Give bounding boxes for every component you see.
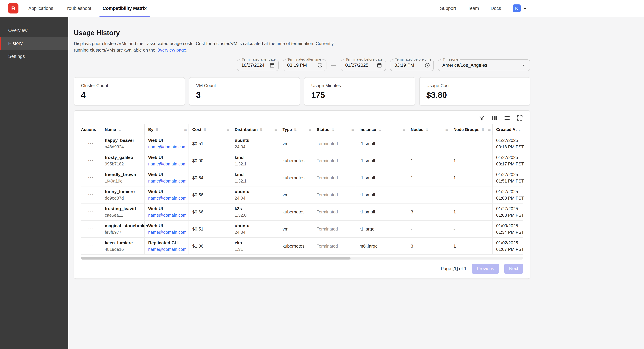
column-menu-icon[interactable]: ≡ bbox=[488, 127, 491, 132]
previous-button[interactable]: Previous bbox=[472, 264, 499, 274]
sidebar-item-overview[interactable]: Overview bbox=[0, 24, 68, 37]
sort-icon[interactable]: ⇅ bbox=[294, 128, 297, 132]
sidebar-item-settings[interactable]: Settings bbox=[0, 50, 68, 63]
status-cell: Terminated bbox=[313, 238, 356, 255]
created-at-cell: 01/27/2025 03:17 PM PST bbox=[492, 152, 523, 169]
status-text: Terminated bbox=[317, 210, 338, 214]
creator-email-link[interactable]: name@domain.com bbox=[148, 144, 186, 149]
avatar[interactable]: K bbox=[513, 4, 520, 12]
column-header-status[interactable]: Status⇅≡ bbox=[313, 124, 356, 135]
row-actions-button[interactable]: ··· bbox=[88, 192, 94, 197]
type-value: vm bbox=[282, 226, 288, 232]
column-header-node-groups[interactable]: Node Groups⇅≡ bbox=[450, 124, 492, 135]
column-header-nodes[interactable]: Nodes⇅≡ bbox=[407, 124, 450, 135]
distribution-name: kind bbox=[235, 154, 275, 161]
column-header-created-at[interactable]: Created At↓ bbox=[492, 124, 523, 135]
terminated-before-date-field[interactable]: Terminated before date 01/27/2025 bbox=[341, 59, 386, 71]
sort-icon[interactable]: ⇅ bbox=[425, 128, 428, 132]
docs-link[interactable]: Docs bbox=[490, 6, 501, 11]
tab-applications[interactable]: Applications bbox=[28, 0, 53, 17]
sort-icon[interactable]: ⇅ bbox=[331, 128, 334, 132]
column-menu-icon[interactable]: ≡ bbox=[227, 127, 229, 132]
terminated-after-time-field[interactable]: Terminated after time 03:19 PM bbox=[283, 59, 326, 71]
density-button[interactable] bbox=[504, 115, 510, 121]
creator-email-link[interactable]: name@domain.com bbox=[148, 196, 186, 200]
row-actions-button[interactable]: ··· bbox=[88, 158, 94, 163]
column-header-distribution[interactable]: Distribution⇅≡ bbox=[231, 124, 279, 135]
cluster-id: cae5ea11 bbox=[105, 212, 141, 218]
replicated-logo[interactable]: R bbox=[8, 3, 18, 13]
next-button[interactable]: Next bbox=[504, 264, 523, 274]
team-link[interactable]: Team bbox=[468, 6, 479, 11]
page-title: Usage History bbox=[74, 29, 530, 37]
status-text: Terminated bbox=[317, 227, 338, 231]
column-header-cost[interactable]: Cost⇅≡ bbox=[189, 124, 231, 135]
column-header-type[interactable]: Type⇅≡ bbox=[279, 124, 313, 135]
sort-icon[interactable]: ⇅ bbox=[378, 128, 381, 132]
terminated-before-time-field[interactable]: Terminated before time 03:19 PM bbox=[390, 59, 434, 71]
creator-email-link[interactable]: name@domain.com bbox=[148, 230, 186, 235]
sidebar-item-history[interactable]: History bbox=[0, 37, 68, 50]
sort-icon[interactable]: ⇅ bbox=[204, 128, 206, 132]
node-groups-value: 1 bbox=[454, 158, 456, 163]
column-menu-icon[interactable]: ≡ bbox=[446, 127, 448, 132]
name-cell: trusting_leavitt cae5ea11 bbox=[101, 203, 144, 220]
column-menu-icon[interactable]: ≡ bbox=[403, 127, 405, 132]
timezone-select[interactable]: Timezone America/Los_Angeles bbox=[438, 59, 530, 71]
dropdown-arrow-icon[interactable] bbox=[520, 62, 526, 68]
creator-email-link[interactable]: name@domain.com bbox=[148, 247, 186, 252]
distribution-cell: kind 1.32.1 bbox=[231, 152, 279, 169]
creator-email-link[interactable]: name@domain.com bbox=[148, 179, 186, 183]
overview-page-link[interactable]: Overview page bbox=[156, 47, 186, 53]
terminated-after-date-value: 10/27/2024 bbox=[241, 63, 266, 68]
table-row: ··· funny_lumiere de9ed87d Web UI name@d… bbox=[81, 186, 523, 203]
nodes-cell: - bbox=[407, 135, 450, 152]
filter-button[interactable] bbox=[478, 115, 485, 121]
chevron-down-icon bbox=[522, 6, 528, 11]
fullscreen-button[interactable] bbox=[516, 115, 523, 121]
cluster-name: magical_stonebraker bbox=[105, 223, 141, 229]
horizontal-scrollbar[interactable] bbox=[81, 257, 523, 260]
creator-email-link[interactable]: name@domain.com bbox=[148, 213, 186, 218]
clock-icon[interactable] bbox=[424, 62, 430, 68]
sort-icon[interactable]: ⇅ bbox=[482, 128, 484, 132]
stat-card-usage-minutes: Usage Minutes 175 bbox=[304, 77, 415, 105]
type-value: kubernetes bbox=[282, 209, 304, 214]
clock-icon[interactable] bbox=[317, 62, 323, 68]
sort-icon[interactable]: ⇅ bbox=[156, 128, 158, 132]
created-by-source: Web UI bbox=[148, 188, 185, 195]
row-actions-button[interactable]: ··· bbox=[88, 209, 94, 214]
sort-icon[interactable]: ⇅ bbox=[260, 128, 263, 132]
row-actions-button[interactable]: ··· bbox=[88, 226, 94, 232]
column-header-by[interactable]: By⇅≡ bbox=[144, 124, 189, 135]
creator-email-link[interactable]: name@domain.com bbox=[148, 162, 186, 166]
tab-troubleshoot[interactable]: Troubleshoot bbox=[64, 0, 92, 17]
calendar-icon[interactable] bbox=[269, 62, 275, 68]
stat-card-usage-cost: Usage Cost $3.80 bbox=[419, 77, 530, 105]
column-header-name[interactable]: Name⇅ bbox=[101, 124, 144, 135]
created-at-cell: 01/27/2025 01:03 PM PST bbox=[492, 203, 523, 220]
row-actions-button[interactable]: ··· bbox=[88, 175, 94, 180]
sort-icon[interactable]: ⇅ bbox=[118, 128, 121, 132]
account-menu-button[interactable]: K bbox=[513, 4, 528, 12]
terminated-after-date-field[interactable]: Terminated after date 10/27/2024 bbox=[237, 59, 278, 71]
column-menu-icon[interactable]: ≡ bbox=[309, 127, 311, 132]
row-actions-button[interactable]: ··· bbox=[88, 141, 94, 146]
sort-descending-icon[interactable]: ↓ bbox=[519, 127, 521, 132]
column-menu-icon[interactable]: ≡ bbox=[184, 127, 187, 132]
column-header-actions[interactable]: Actions bbox=[81, 124, 101, 135]
calendar-icon[interactable] bbox=[377, 62, 382, 68]
node-groups-cell: - bbox=[450, 220, 492, 238]
node-groups-value: 1 bbox=[454, 244, 456, 249]
row-actions-button[interactable]: ··· bbox=[88, 243, 94, 249]
table-row: ··· trusting_leavitt cae5ea11 Web UI nam… bbox=[81, 203, 523, 220]
distribution-version: 24.04 bbox=[235, 144, 275, 150]
horizontal-scrollbar-thumb[interactable] bbox=[81, 257, 350, 260]
nav-right-group: Support Team Docs K bbox=[440, 4, 528, 12]
support-link[interactable]: Support bbox=[440, 6, 456, 11]
tab-compatibility-matrix[interactable]: Compatibility Matrix bbox=[102, 0, 147, 17]
column-menu-icon[interactable]: ≡ bbox=[274, 127, 277, 132]
column-header-instance[interactable]: Instance⇅≡ bbox=[356, 124, 407, 135]
column-menu-icon[interactable]: ≡ bbox=[352, 127, 354, 132]
columns-button[interactable] bbox=[491, 115, 498, 121]
